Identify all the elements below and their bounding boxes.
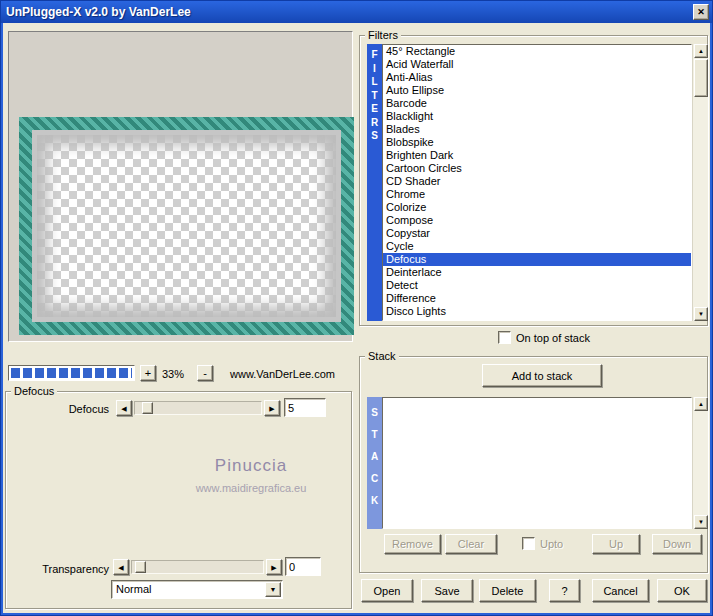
- clear-button[interactable]: Clear: [445, 534, 497, 554]
- stack-group-label: Stack: [365, 350, 399, 362]
- transparency-checkerboard: [32, 130, 341, 322]
- transparency-decrease-button[interactable]: ◀: [113, 559, 129, 575]
- scroll-up-button[interactable]: ▲: [694, 44, 708, 58]
- dropdown-button[interactable]: ▼: [265, 582, 281, 597]
- help-button[interactable]: ?: [549, 579, 580, 602]
- blend-mode-select[interactable]: Normal ▼: [111, 580, 283, 599]
- filter-list-item[interactable]: Cartoon Circles: [383, 162, 691, 175]
- defocus-slider-thumb[interactable]: [142, 402, 153, 414]
- defocus-slider[interactable]: [134, 401, 262, 415]
- defocus-decrease-button[interactable]: ◀: [116, 400, 132, 416]
- down-arrow-icon: ▼: [698, 519, 704, 525]
- filters-group-label: Filters: [365, 29, 401, 41]
- filter-list-item[interactable]: Colorize: [383, 201, 691, 214]
- preview-image: [19, 117, 354, 335]
- filter-list-item[interactable]: Disco Lights: [383, 305, 691, 318]
- open-button[interactable]: Open: [361, 579, 413, 602]
- filter-list-item[interactable]: Blacklight: [383, 110, 691, 123]
- upto-label: Upto: [540, 538, 563, 550]
- upto-checkbox[interactable]: [522, 537, 535, 550]
- on-top-of-stack-checkbox[interactable]: [498, 331, 511, 344]
- left-arrow-icon: ◀: [118, 564, 123, 571]
- add-to-stack-button[interactable]: Add to stack: [482, 364, 602, 387]
- down-button[interactable]: Down: [652, 534, 702, 554]
- filter-list-item[interactable]: Copystar: [383, 227, 691, 240]
- transparency-slider[interactable]: [131, 560, 264, 574]
- down-arrow-icon: ▼: [698, 311, 704, 317]
- filter-list-item[interactable]: Blades: [383, 123, 691, 136]
- close-icon: ✕: [697, 7, 705, 17]
- close-button[interactable]: ✕: [693, 4, 709, 20]
- watermark-name: Pinuccia: [161, 456, 341, 476]
- delete-button[interactable]: Delete: [479, 579, 536, 602]
- filters-scrollbar[interactable]: ▲ ▼: [692, 44, 708, 321]
- defocus-value-input[interactable]: [284, 398, 326, 417]
- stack-list[interactable]: [382, 397, 692, 529]
- filter-list-item[interactable]: Chrome: [383, 188, 691, 201]
- scroll-up-button[interactable]: ▲: [694, 397, 708, 411]
- transparency-value-input[interactable]: [285, 557, 321, 576]
- ok-button[interactable]: OK: [657, 579, 707, 602]
- filter-list-item[interactable]: Detect: [383, 279, 691, 292]
- params-group-label: Defocus: [11, 385, 57, 397]
- filter-list-item[interactable]: 45° Rectangle: [383, 45, 691, 58]
- transparency-increase-button[interactable]: ▶: [266, 559, 282, 575]
- filter-list-item[interactable]: Acid Waterfall: [383, 58, 691, 71]
- filter-list-item[interactable]: Deinterlace: [383, 266, 691, 279]
- up-arrow-icon: ▲: [698, 48, 704, 54]
- save-button[interactable]: Save: [421, 579, 473, 602]
- right-arrow-icon: ▶: [271, 564, 276, 571]
- zoom-out-button[interactable]: -: [197, 365, 213, 381]
- filter-list-item[interactable]: Auto Ellipse: [383, 84, 691, 97]
- filter-list-item[interactable]: Distortion: [383, 318, 691, 321]
- left-arrow-icon: ◀: [121, 405, 126, 412]
- stack-vertical-label: STACK: [367, 397, 382, 529]
- remove-button[interactable]: Remove: [384, 534, 441, 554]
- unplugged-x-dialog: UnPlugged-X v2.0 by VanDerLee ✕ + 33% - …: [0, 0, 713, 616]
- filters-list[interactable]: 45° RectangleAcid WaterfallAnti-AliasAut…: [382, 44, 692, 321]
- blend-mode-value: Normal: [116, 583, 151, 595]
- right-arrow-icon: ▶: [269, 405, 274, 412]
- filter-list-item[interactable]: CD Shader: [383, 175, 691, 188]
- up-arrow-icon: ▲: [698, 401, 704, 407]
- window-title: UnPlugged-X v2.0 by VanDerLee: [6, 5, 693, 19]
- vendor-website-link[interactable]: www.VanDerLee.com: [230, 368, 335, 380]
- up-button[interactable]: Up: [592, 534, 640, 554]
- defocus-increase-button[interactable]: ▶: [264, 400, 280, 416]
- filter-list-item[interactable]: Defocus: [383, 253, 691, 266]
- scroll-down-button[interactable]: ▼: [694, 515, 708, 529]
- scroll-down-button[interactable]: ▼: [694, 307, 708, 321]
- filter-list-item[interactable]: Anti-Alias: [383, 71, 691, 84]
- chevron-down-icon: ▼: [270, 586, 277, 593]
- stack-scrollbar[interactable]: ▲ ▼: [692, 397, 708, 529]
- transparency-param-label: Transparency: [19, 563, 109, 575]
- filters-scrollbar-thumb[interactable]: [694, 59, 708, 97]
- watermark-url: www.maidiregrafica.eu: [161, 482, 341, 494]
- zoom-in-button[interactable]: +: [140, 365, 156, 381]
- filters-vertical-label: FILTERS: [367, 44, 382, 321]
- render-progress-bar: [8, 365, 135, 381]
- filter-list-item[interactable]: Difference: [383, 292, 691, 305]
- progress-fill: [11, 368, 132, 378]
- filter-list-item[interactable]: Barcode: [383, 97, 691, 110]
- filter-list-item[interactable]: Compose: [383, 214, 691, 227]
- transparency-slider-thumb[interactable]: [135, 561, 146, 573]
- filter-list-item[interactable]: Blobspike: [383, 136, 691, 149]
- preview-panel: [8, 31, 353, 342]
- on-top-of-stack-label: On top of stack: [516, 332, 590, 344]
- filter-list-item[interactable]: Brighten Dark: [383, 149, 691, 162]
- zoom-level: 33%: [162, 368, 194, 380]
- cancel-button[interactable]: Cancel: [592, 579, 649, 602]
- filter-list-item[interactable]: Cycle: [383, 240, 691, 253]
- titlebar: UnPlugged-X v2.0 by VanDerLee ✕: [1, 1, 713, 23]
- defocus-param-label: Defocus: [29, 403, 109, 415]
